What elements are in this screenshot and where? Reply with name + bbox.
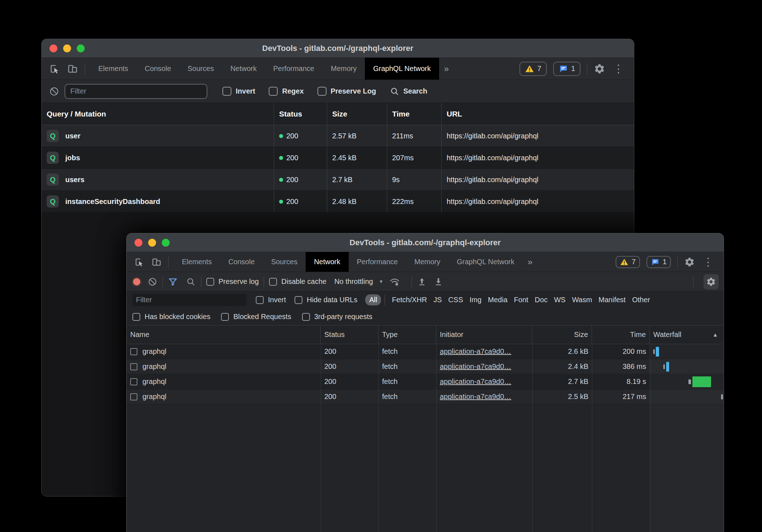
- tab-memory[interactable]: Memory: [406, 252, 448, 272]
- row-checkbox[interactable]: [130, 348, 137, 355]
- invert-label: Invert: [268, 296, 286, 304]
- tab-performance[interactable]: Performance: [265, 58, 323, 80]
- minimize-button[interactable]: [148, 239, 156, 247]
- filter-type-font[interactable]: Font: [511, 296, 532, 304]
- search-button[interactable]: Search: [390, 86, 427, 96]
- row-checkbox[interactable]: [130, 363, 137, 370]
- column-url[interactable]: URL: [442, 103, 634, 125]
- regex-checkbox[interactable]: [269, 87, 278, 96]
- warnings-badge[interactable]: 7: [519, 62, 547, 76]
- gear-icon[interactable]: [594, 63, 605, 75]
- tab-elements[interactable]: Elements: [90, 58, 136, 80]
- inspect-icon[interactable]: [49, 63, 60, 75]
- table-row[interactable]: graphql 200 fetch application-a7ca9d0… 2…: [127, 344, 724, 359]
- network-settings-gear-icon[interactable]: [704, 274, 719, 289]
- column-size[interactable]: Size: [327, 103, 387, 125]
- tab-network[interactable]: Network: [222, 58, 265, 80]
- filter-type-css[interactable]: CSS: [445, 296, 466, 304]
- more-tabs-icon[interactable]: »: [439, 58, 454, 80]
- tab-memory[interactable]: Memory: [323, 58, 365, 80]
- throttling-select[interactable]: No throttling ▼: [334, 277, 386, 286]
- maximize-button[interactable]: [162, 239, 170, 247]
- initiator-link[interactable]: application-a7ca9d0…: [440, 377, 511, 386]
- filter-type-js[interactable]: JS: [430, 296, 445, 304]
- filter-type-wasm[interactable]: Wasm: [569, 296, 595, 304]
- filter-input[interactable]: [132, 294, 246, 306]
- clear-icon[interactable]: [147, 277, 157, 287]
- gear-icon[interactable]: [684, 257, 695, 267]
- tab-console[interactable]: Console: [136, 58, 179, 80]
- invert-checkbox[interactable]: [256, 296, 264, 304]
- tab-sources[interactable]: Sources: [263, 252, 306, 272]
- issues-badge[interactable]: 1: [646, 256, 671, 268]
- table-row[interactable]: Quser 200 2.57 kB 211ms https://gitlab.c…: [42, 125, 634, 147]
- column-name[interactable]: Name: [127, 326, 321, 344]
- has-blocked-cookies-checkbox[interactable]: [132, 313, 140, 321]
- issues-badge[interactable]: 1: [553, 62, 580, 76]
- initiator-link[interactable]: application-a7ca9d0…: [440, 362, 511, 371]
- column-initiator[interactable]: Initiator: [436, 326, 532, 344]
- initiator-link[interactable]: application-a7ca9d0…: [440, 393, 511, 401]
- filter-type-manifest[interactable]: Manifest: [595, 296, 629, 304]
- kebab-menu-icon[interactable]: ⋮: [612, 63, 625, 74]
- search-icon[interactable]: [186, 277, 196, 287]
- device-toolbar-icon[interactable]: [151, 257, 162, 267]
- inspect-icon[interactable]: [134, 257, 145, 267]
- hide-data-urls-checkbox[interactable]: [295, 296, 302, 304]
- maximize-button[interactable]: [77, 44, 85, 52]
- column-status[interactable]: Status: [321, 326, 378, 344]
- export-har-icon[interactable]: [433, 277, 443, 287]
- column-time[interactable]: Time: [387, 103, 442, 125]
- invert-checkbox[interactable]: [222, 87, 231, 96]
- column-query-mutation[interactable]: Query / Mutation: [42, 103, 274, 125]
- column-waterfall[interactable]: Waterfall▲: [650, 326, 724, 344]
- table-row[interactable]: Qjobs 200 2.45 kB 207ms https://gitlab.c…: [42, 147, 634, 169]
- filter-funnel-icon[interactable]: [168, 277, 178, 287]
- tab-elements[interactable]: Elements: [174, 252, 220, 272]
- filter-type-all[interactable]: All: [365, 294, 381, 305]
- device-toolbar-icon[interactable]: [67, 63, 78, 75]
- preserve-log-checkbox[interactable]: [318, 87, 326, 96]
- table-row[interactable]: graphql 200 fetch application-a7ca9d0… 2…: [127, 374, 724, 389]
- minimize-button[interactable]: [63, 44, 71, 52]
- close-button[interactable]: [50, 44, 57, 52]
- column-time[interactable]: Time: [592, 326, 650, 344]
- disable-cache-checkbox[interactable]: [269, 278, 277, 286]
- filter-type-media[interactable]: Media: [485, 296, 511, 304]
- initiator-link[interactable]: application-a7ca9d0…: [440, 347, 511, 356]
- block-icon[interactable]: [49, 86, 60, 97]
- column-size[interactable]: Size: [532, 326, 592, 344]
- filter-type-other[interactable]: Other: [629, 296, 653, 304]
- tab-graphql-network[interactable]: GraphQL Network: [448, 252, 522, 272]
- tab-console[interactable]: Console: [220, 252, 263, 272]
- filter-type-fetch-xhr[interactable]: Fetch/XHR: [389, 296, 430, 304]
- table-row[interactable]: QinstanceSecurityDashboard 200 2.48 kB 2…: [42, 191, 634, 213]
- title-bar[interactable]: DevTools - gitlab.com/-/graphql-explorer: [42, 39, 634, 58]
- tab-sources[interactable]: Sources: [179, 58, 222, 80]
- title-bar[interactable]: DevTools - gitlab.com/-/graphql-explorer: [127, 233, 724, 252]
- close-button[interactable]: [135, 239, 142, 247]
- tab-network[interactable]: Network: [306, 252, 348, 272]
- import-har-icon[interactable]: [417, 277, 427, 287]
- more-tabs-icon[interactable]: »: [523, 252, 537, 272]
- blocked-requests-checkbox[interactable]: [221, 313, 229, 321]
- network-conditions-icon[interactable]: [389, 276, 400, 287]
- kebab-menu-icon[interactable]: ⋮: [701, 257, 715, 267]
- row-checkbox[interactable]: [130, 378, 137, 385]
- row-checkbox[interactable]: [130, 393, 137, 400]
- preserve-log-checkbox[interactable]: [206, 278, 214, 286]
- table-row[interactable]: graphql 200 fetch application-a7ca9d0… 2…: [127, 389, 724, 404]
- filter-type-doc[interactable]: Doc: [532, 296, 551, 304]
- filter-type-ws[interactable]: WS: [551, 296, 569, 304]
- tab-graphql-network[interactable]: GraphQL Network: [365, 58, 439, 80]
- warnings-badge[interactable]: 7: [616, 256, 640, 268]
- filter-input[interactable]: [65, 84, 207, 99]
- third-party-requests-checkbox[interactable]: [302, 313, 310, 321]
- table-row[interactable]: Qusers 200 2.7 kB 9s https://gitlab.com/…: [42, 169, 634, 191]
- column-status[interactable]: Status: [274, 103, 327, 125]
- column-type[interactable]: Type: [378, 326, 436, 344]
- record-icon[interactable]: [133, 278, 140, 285]
- filter-type-img[interactable]: Img: [466, 296, 485, 304]
- tab-performance[interactable]: Performance: [349, 252, 406, 272]
- table-row[interactable]: graphql 200 fetch application-a7ca9d0… 2…: [127, 359, 724, 374]
